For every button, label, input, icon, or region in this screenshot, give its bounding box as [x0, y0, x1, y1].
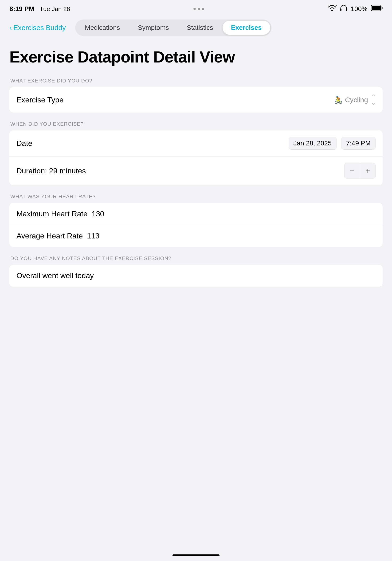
section-exercise-type: WHAT EXERCISE DID YOU DO? Exercise Type … — [9, 78, 383, 113]
back-chevron-icon: ‹ — [9, 23, 12, 32]
svg-rect-0 — [340, 9, 341, 11]
notes-section-label: DO YOU HAVE ANY NOTES ABOUT THE EXERCISE… — [9, 255, 383, 261]
tab-medications[interactable]: Medications — [76, 21, 128, 35]
section-heart-rate: WHAT WAS YOUR HEART RATE? Maximum Heart … — [9, 194, 383, 247]
date-value-group: Jan 28, 2025 7:49 PM — [289, 137, 376, 150]
section-notes: DO YOU HAVE ANY NOTES ABOUT THE EXERCISE… — [9, 255, 383, 287]
tab-group: Medications Symptoms Statistics Exercise… — [75, 20, 271, 36]
duration-minus-button[interactable]: − — [344, 163, 360, 179]
nav-bar: ‹ Exercises Buddy Medications Symptoms S… — [0, 16, 392, 41]
exercise-type-label: Exercise Type — [16, 96, 64, 104]
back-button-label: Exercises Buddy — [13, 24, 66, 32]
time-value[interactable]: 7:49 PM — [341, 137, 376, 150]
headphone-icon — [340, 4, 347, 13]
tab-symptoms[interactable]: Symptoms — [130, 21, 177, 35]
exercise-type-card: Exercise Type 🚴 Cycling ⌃⌄ — [9, 87, 383, 113]
dot-3 — [202, 8, 204, 10]
dot-1 — [193, 8, 196, 10]
exercise-type-row[interactable]: Exercise Type 🚴 Cycling ⌃⌄ — [9, 87, 383, 113]
duration-stepper: − + — [344, 163, 376, 179]
max-heart-rate-row[interactable]: Maximum Heart Rate 130 — [9, 203, 383, 225]
dot-2 — [198, 8, 200, 10]
max-heart-rate-label: Maximum Heart Rate 130 — [16, 210, 104, 218]
wifi-icon — [328, 5, 337, 13]
avg-heart-rate-row[interactable]: Average Heart Rate 113 — [9, 225, 383, 247]
status-bar: 8:19 PM Tue Jan 28 100% — [0, 0, 392, 16]
when-card: Date Jan 28, 2025 7:49 PM Duration: 29 m… — [9, 130, 383, 185]
battery-percent: 100% — [351, 5, 368, 13]
chevron-updown-icon: ⌃⌄ — [371, 94, 376, 106]
status-time: 8:19 PM Tue Jan 28 — [9, 5, 70, 13]
notes-text: Overall went well today — [16, 271, 94, 280]
section-when: WHEN DID YOU EXERCISE? Date Jan 28, 2025… — [9, 121, 383, 185]
status-center-dots — [193, 8, 204, 10]
back-button[interactable]: ‹ Exercises Buddy — [9, 23, 66, 32]
duration-row: Duration: 29 minutes − + — [9, 156, 383, 185]
svg-rect-1 — [346, 9, 347, 11]
tab-statistics[interactable]: Statistics — [178, 21, 222, 35]
date-label: Date — [16, 139, 33, 148]
status-right-icons: 100% — [328, 4, 383, 13]
exercise-type-section-label: WHAT EXERCISE DID YOU DO? — [9, 78, 383, 84]
notes-card[interactable]: Overall went well today — [9, 265, 383, 287]
page-title: Exercise Datapoint Detail View — [9, 48, 383, 66]
when-section-label: WHEN DID YOU EXERCISE? — [9, 121, 383, 127]
page-content: Exercise Datapoint Detail View WHAT EXER… — [0, 41, 392, 309]
exercise-type-value: 🚴 Cycling ⌃⌄ — [334, 94, 376, 106]
date-value[interactable]: Jan 28, 2025 — [289, 137, 337, 150]
tab-exercises[interactable]: Exercises — [223, 21, 270, 35]
home-indicator — [173, 554, 219, 556]
exercise-type-text: Cycling — [345, 96, 368, 104]
duration-label: Duration: 29 minutes — [16, 167, 86, 175]
avg-heart-rate-label: Average Heart Rate 113 — [16, 232, 99, 240]
duration-plus-button[interactable]: + — [360, 163, 376, 179]
heart-rate-card: Maximum Heart Rate 130 Average Heart Rat… — [9, 203, 383, 247]
date-row[interactable]: Date Jan 28, 2025 7:49 PM — [9, 130, 383, 156]
svg-rect-3 — [371, 6, 381, 10]
battery-icon — [371, 5, 383, 13]
cycling-icon: 🚴 — [334, 96, 343, 104]
heart-rate-section-label: WHAT WAS YOUR HEART RATE? — [9, 194, 383, 200]
